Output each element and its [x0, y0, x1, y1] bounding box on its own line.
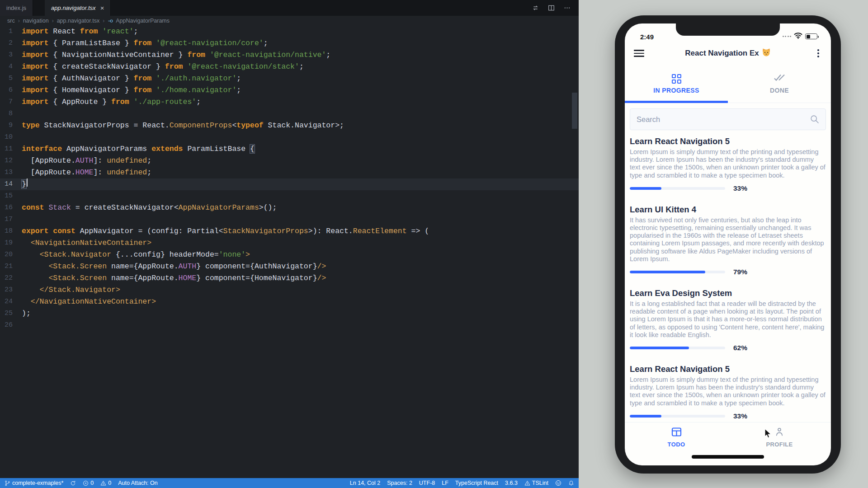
search-placeholder: Search — [637, 115, 660, 124]
statusbar-item-tslint[interactable]: TSLint — [524, 480, 548, 486]
code-line-23[interactable]: 23 </Stack.Navigator> — [0, 284, 579, 296]
editor-actions — [532, 0, 579, 16]
bottom-tab-profile[interactable]: PROFILE — [728, 422, 831, 452]
tab-in-progress[interactable]: IN PROGRESS — [625, 65, 728, 103]
editor-tab-index-js[interactable]: index.js — [0, 0, 33, 16]
bottom-tab-todo[interactable]: TODO — [625, 422, 728, 452]
statusbar-item-bell-icon[interactable] — [568, 480, 574, 486]
breadcrumb-symbol[interactable]: AppNavigatorParams — [108, 18, 170, 24]
task-description: It has survived not only five centuries,… — [630, 216, 826, 263]
code-line-8[interactable]: 8 — [0, 108, 579, 120]
code-line-2[interactable]: 2import { ParamListBase } from '@react-n… — [0, 38, 579, 49]
statusbar-item-3-6-3[interactable]: 3.6.3 — [505, 480, 518, 486]
code-line-5[interactable]: 5import { AuthNavigator } from './auth.n… — [0, 73, 579, 84]
editor-tab-app-navigator-tsx[interactable]: app.navigator.tsx× — [45, 0, 111, 16]
breadcrumb-item[interactable]: app.navigator.tsx — [57, 18, 100, 24]
statusbar-item-label: Auto Attach: On — [118, 480, 158, 486]
statusbar-item-complete-exmaples-[interactable]: complete-exmaples* — [5, 480, 63, 486]
breadcrumb-item[interactable]: src — [7, 18, 15, 24]
task-card-1[interactable]: Learn React Navigation 5Lorem Ipsum is s… — [630, 136, 826, 192]
code-line-15[interactable]: 15 — [0, 190, 579, 202]
line-content: </Stack.Navigator> — [22, 284, 120, 296]
code-line-18[interactable]: 18export const AppNavigator = (config: P… — [0, 225, 579, 237]
text-caret — [27, 178, 28, 187]
home-indicator[interactable] — [692, 455, 764, 459]
breadcrumb-separator: › — [18, 18, 20, 24]
more-actions-icon[interactable] — [564, 5, 571, 11]
tab-label: DONE — [770, 87, 789, 94]
code-line-12[interactable]: 12 [AppRoute.AUTH]: undefined; — [0, 155, 579, 167]
line-number: 10 — [0, 131, 22, 143]
task-card-3[interactable]: Learn Eva Design SystemIt is a long esta… — [630, 288, 826, 352]
top-tab-bar: IN PROGRESSDONE — [625, 65, 831, 103]
code-line-21[interactable]: 21 <Stack.Screen name={AppRoute.AUTH} co… — [0, 261, 579, 272]
code-line-4[interactable]: 4import { createStackNavigator } from '@… — [0, 61, 579, 73]
task-card-4[interactable]: Learn React Navigation 5Lorem Ipsum is s… — [630, 364, 826, 420]
tab-done[interactable]: DONE — [728, 65, 831, 103]
statusbar-item-ln-14-col-2[interactable]: Ln 14, Col 2 — [350, 480, 380, 486]
statusbar-item-auto-attach-on[interactable]: Auto Attach: On — [118, 480, 158, 486]
statusbar-item-sync-icon[interactable] — [70, 480, 76, 486]
tab-close-icon[interactable]: × — [100, 5, 104, 11]
task-title: Learn UI Kitten 4 — [630, 205, 826, 215]
code-line-11[interactable]: 11interface AppNavigatorParams extends P… — [0, 143, 579, 155]
desktop-background: 2:49 React Navigation Ex — [579, 0, 868, 488]
code-line-22[interactable]: 22 <Stack.Screen name={AppRoute.HOME} co… — [0, 272, 579, 284]
code-line-17[interactable]: 17 — [0, 214, 579, 225]
tab-spacer — [33, 0, 45, 16]
line-content: [AppRoute.AUTH]: undefined; — [22, 155, 151, 167]
split-editor-icon[interactable] — [548, 5, 555, 11]
swap-icon[interactable] — [532, 5, 539, 11]
task-card-2[interactable]: Learn UI Kitten 4It has survived not onl… — [630, 205, 826, 276]
line-number: 23 — [0, 284, 22, 296]
statusbar-item-lf[interactable]: LF — [442, 480, 448, 486]
statusbar-item-0[interactable]: 0 — [83, 480, 94, 486]
line-number: 19 — [0, 237, 22, 249]
progress-bar-track — [630, 415, 725, 418]
search-icon — [810, 115, 819, 124]
phone-emulator: 2:49 React Navigation Ex — [615, 15, 841, 474]
progress-bar-fill — [630, 347, 689, 349]
code-line-9[interactable]: 9type StackNavigatorProps = React.Compon… — [0, 120, 579, 131]
progress-percentage: 33% — [733, 184, 747, 192]
code-line-6[interactable]: 6import { HomeNavigator } from './home.n… — [0, 84, 579, 96]
line-number: 14 — [0, 178, 22, 190]
editor-scrollbar[interactable] — [572, 93, 577, 129]
bell-icon — [568, 480, 574, 486]
search-input[interactable]: Search — [630, 108, 826, 130]
status-bar: complete-exmaples*00Auto Attach: On Ln 1… — [0, 478, 579, 488]
code-line-24[interactable]: 24 </NavigationNativeContainer> — [0, 296, 579, 308]
code-line-7[interactable]: 7import { AppRoute } from './app-routes'… — [0, 96, 579, 108]
line-number: 26 — [0, 319, 22, 331]
statusbar-item-spaces-2[interactable]: Spaces: 2 — [387, 480, 412, 486]
statusbar-item-label: complete-exmaples* — [12, 480, 63, 486]
code-line-25[interactable]: 25); — [0, 308, 579, 319]
mouse-cursor — [764, 428, 774, 441]
code-line-14[interactable]: 14} — [0, 178, 579, 190]
breadcrumb-item[interactable]: navigation — [23, 18, 49, 24]
line-content: import { ParamListBase } from '@react-na… — [22, 38, 268, 49]
line-content: <Stack.Navigator {...config} headerMode=… — [22, 249, 250, 261]
line-content: import { NavigationNativeContainer } fro… — [22, 49, 330, 61]
statusbar-item-smiley-icon[interactable] — [555, 480, 561, 486]
code-line-1[interactable]: 1import React from 'react'; — [0, 26, 579, 38]
statusbar-item-typescript-react[interactable]: TypeScript React — [455, 480, 498, 486]
code-line-16[interactable]: 16const Stack = createStackNavigator<App… — [0, 202, 579, 214]
line-number: 2 — [0, 38, 22, 49]
code-line-13[interactable]: 13 [AppRoute.HOME]: undefined; — [0, 167, 579, 178]
line-number: 6 — [0, 84, 22, 96]
code-line-3[interactable]: 3import { NavigationNativeContainer } fr… — [0, 49, 579, 61]
bottom-tab-label: PROFILE — [766, 441, 793, 448]
line-number: 4 — [0, 61, 22, 73]
statusbar-item-0[interactable]: 0 — [100, 480, 111, 486]
code-line-10[interactable]: 10 — [0, 131, 579, 143]
progress-bar-track — [630, 271, 725, 273]
code-line-19[interactable]: 19 <NavigationNativeContainer> — [0, 237, 579, 249]
code-line-20[interactable]: 20 <Stack.Navigator {...config} headerMo… — [0, 249, 579, 261]
statusbar-item-utf-8[interactable]: UTF-8 — [419, 480, 435, 486]
breadcrumb[interactable]: src›navigation›app.navigator.tsx›AppNavi… — [0, 16, 579, 26]
git-branch-icon — [5, 480, 10, 486]
code-line-26[interactable]: 26 — [0, 319, 579, 331]
line-number: 8 — [0, 108, 22, 120]
code-editor[interactable]: 1import React from 'react';2import { Par… — [0, 26, 579, 331]
